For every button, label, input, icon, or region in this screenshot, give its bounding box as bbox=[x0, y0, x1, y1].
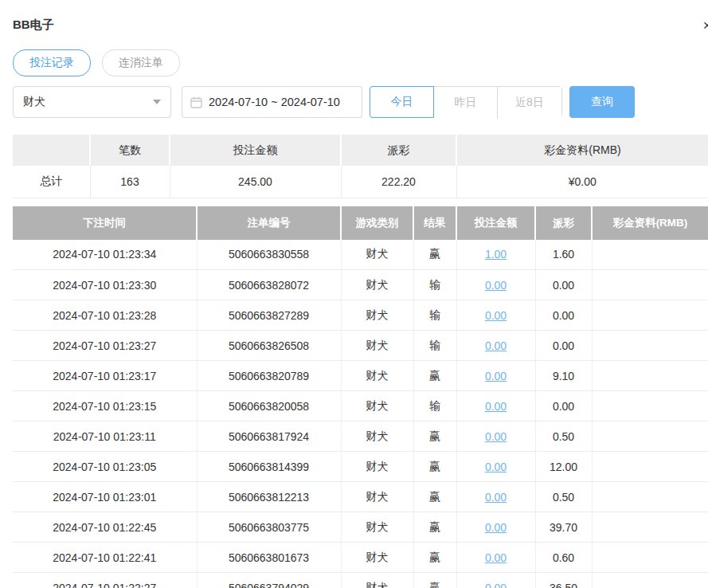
bet-amount-link[interactable]: 0.00 bbox=[485, 339, 507, 352]
date-range-value: 2024-07-10 ~ 2024-07-10 bbox=[209, 96, 340, 108]
summary-header-bet-amount: 投注金额 bbox=[170, 135, 341, 166]
table-row: 2024-07-10 01:23:27 5060663826508 财犬 输 0… bbox=[13, 331, 708, 361]
cell-bet-amount: 0.00 bbox=[456, 331, 535, 361]
cell-order-number: 5060663828072 bbox=[197, 270, 341, 300]
tab-cancelled-orders[interactable]: 连消注单 bbox=[102, 49, 180, 76]
bet-amount-link[interactable]: 0.00 bbox=[485, 491, 507, 504]
cell-payout: 0.60 bbox=[535, 543, 592, 573]
records-header-payout: 派彩 bbox=[535, 206, 592, 240]
cell-game-type: 财犬 bbox=[341, 361, 413, 391]
close-icon[interactable]: ✕ bbox=[701, 19, 708, 32]
cell-game-type: 财犬 bbox=[341, 573, 413, 588]
bet-amount-link[interactable]: 0.00 bbox=[485, 309, 507, 322]
table-row: 2024-07-10 01:22:27 5060663794029 财犬 赢 0… bbox=[13, 573, 708, 588]
cell-bet-amount: 0.00 bbox=[456, 300, 535, 331]
cell-result: 赢 bbox=[413, 361, 456, 391]
cell-bet-time: 2024-07-10 01:23:27 bbox=[13, 331, 197, 361]
bet-amount-link[interactable]: 1.00 bbox=[485, 248, 507, 261]
records-table-body: 2024-07-10 01:23:34 5060663830558 财犬 赢 1… bbox=[13, 240, 708, 588]
records-header-jackpot: 彩金资料(RMB) bbox=[592, 206, 708, 240]
summary-total-label: 总计 bbox=[13, 166, 90, 198]
bet-amount-link[interactable]: 0.00 bbox=[485, 430, 507, 443]
game-select[interactable]: 财犬 bbox=[13, 86, 171, 118]
records-header-row: 下注时间 注单编号 游戏类别 结果 投注金额 派彩 彩金资料(RMB) bbox=[13, 206, 708, 240]
bet-amount-link[interactable]: 0.00 bbox=[485, 521, 507, 534]
cell-payout: 0.00 bbox=[535, 270, 592, 300]
cell-bet-time: 2024-07-10 01:23:11 bbox=[13, 421, 197, 452]
date-range-input[interactable]: 2024-07-10 ~ 2024-07-10 bbox=[182, 86, 362, 118]
cell-order-number: 5060663830558 bbox=[197, 240, 341, 270]
table-row: 2024-07-10 01:23:34 5060663830558 财犬 赢 1… bbox=[13, 240, 708, 270]
search-button[interactable]: 查询 bbox=[569, 86, 635, 118]
cell-order-number: 5060663820789 bbox=[197, 361, 341, 391]
summary-header-row: 笔数 投注金额 派彩 彩金资料(RMB) bbox=[13, 135, 708, 166]
cell-game-type: 财犬 bbox=[341, 421, 413, 452]
cell-result: 赢 bbox=[413, 240, 456, 270]
table-row: 2024-07-10 01:23:15 5060663820058 财犬 输 0… bbox=[13, 391, 708, 421]
cell-game-type: 财犬 bbox=[341, 512, 413, 543]
tab-bet-records[interactable]: 投注记录 bbox=[13, 49, 91, 76]
cell-order-number: 5060663794029 bbox=[197, 573, 341, 588]
cell-bet-time: 2024-07-10 01:23:01 bbox=[13, 482, 197, 512]
quick-last8days-button[interactable]: 近8日 bbox=[498, 87, 561, 119]
cell-bet-amount: 0.00 bbox=[456, 452, 535, 482]
quick-yesterday-button[interactable]: 昨日 bbox=[434, 87, 498, 119]
quick-today-button[interactable]: 今日 bbox=[370, 86, 434, 118]
calendar-icon bbox=[190, 96, 202, 108]
bet-amount-link[interactable]: 0.00 bbox=[485, 400, 507, 413]
summary-header-blank bbox=[13, 135, 90, 166]
cell-game-type: 财犬 bbox=[341, 331, 413, 361]
quick-date-group: 今日 昨日 近8日 bbox=[370, 86, 562, 118]
table-row: 2024-07-10 01:23:30 5060663828072 财犬 输 0… bbox=[13, 270, 708, 300]
cell-payout: 0.00 bbox=[535, 300, 592, 331]
bet-amount-link[interactable]: 0.00 bbox=[485, 370, 507, 382]
cell-bet-amount: 0.00 bbox=[456, 270, 535, 300]
cell-jackpot bbox=[592, 482, 708, 512]
bet-amount-link[interactable]: 0.00 bbox=[485, 582, 507, 588]
cell-jackpot bbox=[592, 573, 708, 588]
cell-game-type: 财犬 bbox=[341, 543, 413, 573]
table-row: 2024-07-10 01:22:45 5060663803775 财犬 赢 0… bbox=[13, 512, 708, 543]
cell-jackpot bbox=[592, 240, 708, 270]
cell-game-type: 财犬 bbox=[341, 482, 413, 512]
cell-game-type: 财犬 bbox=[341, 270, 413, 300]
cell-result: 赢 bbox=[413, 452, 456, 482]
cell-payout: 9.10 bbox=[535, 361, 592, 391]
cell-game-type: 财犬 bbox=[341, 452, 413, 482]
cell-result: 赢 bbox=[413, 573, 456, 588]
summary-total-payout: 222.20 bbox=[341, 166, 456, 198]
cell-bet-time: 2024-07-10 01:22:41 bbox=[13, 543, 197, 573]
cell-order-number: 5060663827289 bbox=[197, 300, 341, 331]
filter-bar: 财犬 2024-07-10 ~ 2024-07-10 今日 昨日 近8日 查询 bbox=[13, 86, 708, 118]
cell-jackpot bbox=[592, 270, 708, 300]
bet-amount-link[interactable]: 0.00 bbox=[485, 461, 507, 473]
cell-bet-time: 2024-07-10 01:23:30 bbox=[13, 270, 197, 300]
cell-jackpot bbox=[592, 391, 708, 421]
table-row: 2024-07-10 01:23:05 5060663814399 财犬 赢 0… bbox=[13, 452, 708, 482]
cell-jackpot bbox=[592, 421, 708, 452]
cell-bet-amount: 0.00 bbox=[456, 482, 535, 512]
cell-bet-time: 2024-07-10 01:22:45 bbox=[13, 512, 197, 543]
cell-payout: 36.50 bbox=[535, 573, 592, 588]
cell-jackpot bbox=[592, 543, 708, 573]
bet-amount-link[interactable]: 0.00 bbox=[485, 279, 507, 292]
cell-order-number: 5060663817924 bbox=[197, 421, 341, 452]
summary-total-jackpot: ¥0.00 bbox=[456, 166, 708, 198]
cell-game-type: 财犬 bbox=[341, 391, 413, 421]
cell-bet-amount: 0.00 bbox=[456, 391, 535, 421]
cell-payout: 0.00 bbox=[535, 391, 592, 421]
bet-amount-link[interactable]: 0.00 bbox=[485, 551, 507, 564]
records-header-bet-amount: 投注金额 bbox=[456, 206, 535, 240]
table-row: 2024-07-10 01:23:28 5060663827289 财犬 输 0… bbox=[13, 300, 708, 331]
cell-bet-time: 2024-07-10 01:23:34 bbox=[13, 240, 197, 270]
table-row: 2024-07-10 01:23:11 5060663817924 财犬 赢 0… bbox=[13, 421, 708, 452]
table-row: 2024-07-10 01:22:41 5060663801673 财犬 赢 0… bbox=[13, 543, 708, 573]
cell-order-number: 5060663812213 bbox=[197, 482, 341, 512]
cell-bet-time: 2024-07-10 01:22:27 bbox=[13, 573, 197, 588]
cell-order-number: 5060663814399 bbox=[197, 452, 341, 482]
game-select-value: 财犬 bbox=[23, 95, 147, 109]
bet-records-panel: BB电子 ✕ 投注记录 连消注单 财犬 2024-07-10 ~ 2024-07… bbox=[0, 0, 708, 588]
summary-header-payout: 派彩 bbox=[341, 135, 456, 166]
summary-total-bet-amount: 245.00 bbox=[170, 166, 341, 198]
tab-bar: 投注记录 连消注单 bbox=[13, 49, 708, 76]
